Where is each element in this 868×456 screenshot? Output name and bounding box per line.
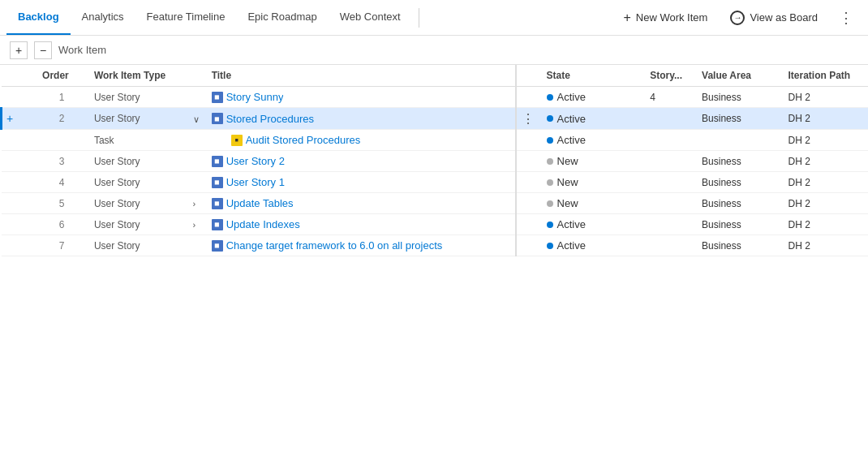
- collapse-icon[interactable]: ∨: [193, 114, 200, 124]
- add-child-icon[interactable]: +: [6, 112, 13, 125]
- nav-tabs: BacklogAnalyticsFeature TimelineEpic Roa…: [6, 0, 412, 35]
- expand-icon[interactable]: ›: [193, 220, 196, 230]
- state-label: New: [557, 197, 578, 209]
- table-row[interactable]: 7User Story◼Change target framework to 6…: [2, 235, 869, 256]
- row-action-cell: [2, 130, 37, 151]
- row-expand-cell: [191, 172, 205, 193]
- toolbar: + − Work Item: [0, 36, 868, 65]
- row-value-area: Business: [695, 235, 781, 256]
- row-title-text[interactable]: User Story 1: [226, 176, 285, 188]
- row-more-actions-cell: [516, 87, 540, 108]
- row-work-item-type: User Story: [88, 214, 191, 235]
- row-title-text[interactable]: User Story 2: [226, 155, 285, 167]
- state-label: Active: [557, 218, 586, 230]
- nav-tab-web-context[interactable]: Web Context: [329, 0, 412, 35]
- row-iteration-path: DH 2: [782, 172, 868, 193]
- table-row[interactable]: Task■Audit Stored ProceduresActiveDH 2: [2, 130, 869, 151]
- row-action-cell: [2, 151, 37, 172]
- row-value-area: Business: [695, 151, 781, 172]
- user-story-icon: ◼: [212, 177, 223, 188]
- user-story-icon: ◼: [212, 113, 223, 124]
- row-story-points: [643, 108, 695, 130]
- row-title-text[interactable]: Stored Procedures: [226, 113, 314, 125]
- col-state[interactable]: State: [540, 65, 644, 87]
- nav-tab-epic-roadmap[interactable]: Epic Roadmap: [236, 0, 328, 35]
- table-row[interactable]: 6User Story›◼Update IndexesActiveBusines…: [2, 214, 869, 235]
- row-title-text[interactable]: Update Tables: [226, 197, 294, 209]
- col-value-area[interactable]: Value Area: [695, 65, 781, 87]
- row-title-text[interactable]: Story Sunny: [226, 91, 284, 103]
- state-dot: [547, 137, 553, 144]
- nav-tab-analytics[interactable]: Analytics: [71, 0, 135, 35]
- row-expand-cell: ›: [191, 193, 205, 214]
- state-dot: [547, 243, 553, 249]
- col-expand: [191, 65, 205, 87]
- col-work-item-type[interactable]: Work Item Type: [88, 65, 191, 87]
- table-row[interactable]: 1User Story◼Story SunnyActive4BusinessDH…: [2, 87, 869, 108]
- row-action-cell: [2, 172, 37, 193]
- row-order: 7: [36, 235, 88, 256]
- row-order: 1: [36, 87, 88, 108]
- table-row[interactable]: +2User Story∨◼Stored Procedures⋮ActiveBu…: [2, 108, 869, 130]
- col-actions-header: [516, 65, 540, 87]
- add-item-button[interactable]: +: [10, 41, 28, 59]
- row-iteration-path: DH 2: [782, 130, 868, 151]
- state-dot: [547, 94, 553, 101]
- row-story-points: [643, 235, 695, 256]
- row-title-cell: ◼Stored Procedures: [205, 108, 516, 130]
- state-dot: [547, 115, 553, 122]
- nav-tab-feature-timeline[interactable]: Feature Timeline: [135, 0, 237, 35]
- state-dot: [547, 158, 553, 165]
- row-work-item-type: User Story: [88, 235, 191, 256]
- table-row[interactable]: 3User Story◼User Story 2NewBusinessDH 2: [2, 151, 869, 172]
- row-title-cell: ◼Update Indexes: [205, 214, 516, 235]
- row-expand-cell: [191, 151, 205, 172]
- user-story-icon: ◼: [212, 156, 223, 167]
- row-title-cell: ◼Update Tables: [205, 193, 516, 214]
- row-more-actions-cell: [516, 130, 540, 151]
- table-row[interactable]: 5User Story›◼Update TablesNewBusinessDH …: [2, 193, 869, 214]
- col-order[interactable]: Order: [36, 65, 88, 87]
- row-order: 3: [36, 151, 88, 172]
- col-title[interactable]: Title: [205, 65, 516, 87]
- row-more-actions-cell: [516, 151, 540, 172]
- row-iteration-path: DH 2: [782, 87, 868, 108]
- row-action-cell: +: [2, 108, 37, 130]
- view-as-board-button[interactable]: → View as Board: [720, 6, 827, 29]
- table-row[interactable]: 4User Story◼User Story 1NewBusinessDH 2: [2, 172, 869, 193]
- row-state: New: [540, 151, 644, 172]
- work-items-table: Order Work Item Type Title State Story..…: [0, 65, 868, 256]
- row-expand-cell: [191, 130, 205, 151]
- more-options-button[interactable]: ⋮: [831, 4, 862, 32]
- new-work-item-button[interactable]: + New Work Item: [613, 6, 717, 29]
- col-iteration-path[interactable]: Iteration Path: [782, 65, 868, 87]
- row-story-points: [643, 193, 695, 214]
- row-title-text[interactable]: Update Indexes: [226, 218, 300, 230]
- row-more-actions-cell: [516, 235, 540, 256]
- col-story-points[interactable]: Story...: [643, 65, 695, 87]
- nav-tab-backlog[interactable]: Backlog: [6, 0, 71, 35]
- row-story-points: [643, 214, 695, 235]
- row-order: [36, 130, 88, 151]
- expand-icon[interactable]: ›: [193, 199, 196, 209]
- circle-arrow-icon: →: [730, 11, 745, 25]
- state-label: New: [557, 155, 578, 167]
- row-story-points: 4: [643, 87, 695, 108]
- row-action-cell: [2, 87, 37, 108]
- row-state: Active: [540, 235, 644, 256]
- row-value-area: Business: [695, 108, 781, 130]
- remove-item-button[interactable]: −: [34, 41, 52, 59]
- row-more-actions-cell: [516, 214, 540, 235]
- row-value-area: Business: [695, 172, 781, 193]
- row-context-menu-button[interactable]: ⋮: [518, 110, 539, 127]
- row-more-actions-cell: [516, 193, 540, 214]
- row-title-text[interactable]: Change target framework to 6.0 on all pr…: [226, 239, 443, 252]
- row-title-text[interactable]: Audit Stored Procedures: [246, 134, 361, 146]
- state-label: Active: [557, 134, 586, 146]
- table-header: Order Work Item Type Title State Story..…: [2, 65, 869, 87]
- row-action-cell: [2, 193, 37, 214]
- user-story-icon: ◼: [212, 240, 223, 252]
- col-action: [2, 65, 37, 87]
- table-body: 1User Story◼Story SunnyActive4BusinessDH…: [2, 87, 869, 256]
- row-state: Active: [540, 108, 644, 130]
